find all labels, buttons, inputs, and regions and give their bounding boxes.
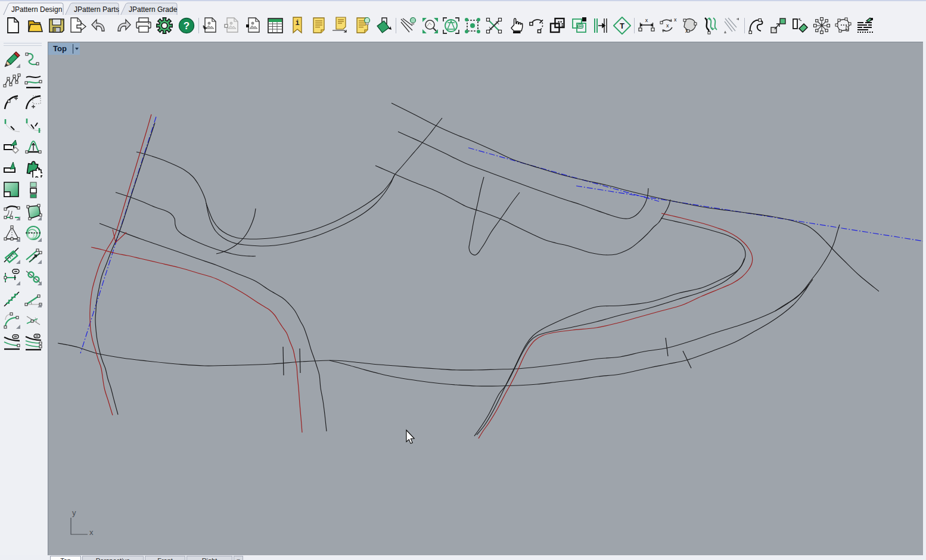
svg-text:i: i	[295, 19, 299, 27]
svg-text:x: x	[674, 17, 677, 23]
svg-text:⚯: ⚯	[578, 24, 582, 29]
svg-text:x: x	[645, 17, 648, 23]
svg-text:x: x	[89, 528, 94, 537]
svg-text:T: T	[620, 21, 624, 30]
svg-text:x: x	[666, 23, 669, 29]
svg-text:y: y	[72, 508, 76, 517]
svg-text:?: ?	[183, 20, 189, 32]
